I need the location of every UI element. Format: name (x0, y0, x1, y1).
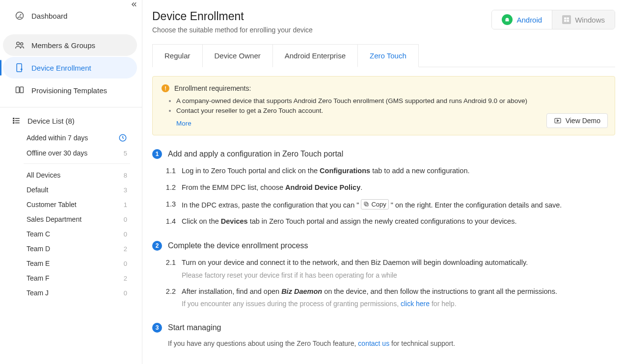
collapse-sidebar-icon[interactable] (129, 0, 138, 9)
substep-1-4: 1.4 Click on the Devices tab in Zero Tou… (162, 216, 615, 227)
substep-1-3: 1.3 In the DPC extras, paste the configu… (162, 199, 615, 211)
filter-label: Offline over 30 days (27, 149, 87, 157)
templates-icon (15, 85, 25, 95)
substep-note: Please factory reset your device first i… (182, 270, 615, 281)
step-number-badge: 2 (152, 241, 162, 251)
svg-rect-11 (15, 123, 20, 124)
step-number-badge: 3 (152, 323, 162, 333)
clock-icon (118, 133, 127, 142)
tab-device-owner[interactable]: Device Owner (202, 44, 273, 67)
group-row[interactable]: Sales Department0 (24, 212, 130, 227)
platform-android-button[interactable]: Android (492, 10, 552, 29)
dashboard-icon (15, 11, 25, 21)
nav-label: Device Enrollment (31, 64, 91, 72)
page-subtitle: Choose the suitable method for enrolling… (152, 26, 313, 34)
group-row[interactable]: Team E0 (24, 256, 130, 271)
windows-icon (562, 15, 571, 24)
device-list-label: Device List (8) (27, 117, 75, 125)
svg-rect-20 (365, 203, 368, 206)
view-demo-button[interactable]: View Demo (546, 113, 608, 128)
view-demo-label: View Demo (566, 117, 600, 125)
group-row[interactable]: Team C0 (24, 227, 130, 241)
step-2: 2 Complete the device enrollment process… (152, 241, 615, 310)
enrollment-icon (15, 63, 25, 73)
group-row[interactable]: All Devices8 (24, 168, 130, 182)
device-list-icon (12, 116, 21, 125)
warning-icon: ! (162, 84, 169, 92)
nav-provisioning-templates[interactable]: Provisioning Templates (3, 79, 137, 101)
nav-label: Dashboard (31, 12, 67, 20)
substep-1-2: 1.2 From the EMM DPC list, choose Androi… (162, 182, 615, 193)
group-row[interactable]: Team F2 (24, 271, 130, 286)
platform-windows-button[interactable]: Windows (552, 10, 615, 29)
tab-zero-touch[interactable]: Zero Touch (357, 44, 419, 67)
platform-label: Android (516, 16, 542, 24)
platform-label: Windows (575, 16, 605, 24)
step-title: Start managing (168, 323, 221, 332)
svg-rect-6 (13, 118, 14, 119)
substep-note: If you encounter any issues during the p… (182, 299, 615, 309)
svg-rect-9 (15, 118, 20, 119)
more-link[interactable]: More (176, 120, 191, 127)
svg-rect-17 (564, 20, 567, 22)
contact-us-link[interactable]: contact us (358, 339, 389, 347)
step-3: 3 Start managing If you have any questio… (152, 323, 615, 347)
nav-label: Members & Groups (31, 41, 95, 50)
filter-offline-30-days[interactable]: Offline over 30 days 5 (0, 146, 142, 160)
click-here-link[interactable]: click here (401, 300, 430, 308)
svg-point-14 (508, 19, 509, 20)
step-title: Complete the device enrollment process (168, 241, 308, 250)
tab-android-enterprise[interactable]: Android Enterprise (272, 44, 358, 67)
device-list-header[interactable]: Device List (8) (0, 109, 142, 130)
substep-2-2: 2.2 After installation, find and open Bi… (162, 286, 615, 310)
page-title: Device Enrollment (152, 10, 313, 23)
svg-rect-10 (15, 120, 20, 121)
step-footer-note: If you have any questions about using th… (168, 339, 615, 347)
tab-regular[interactable]: Regular (152, 44, 203, 67)
requirements-title: Enrollment requirements: (174, 84, 251, 92)
platform-toggle: Android Windows (491, 10, 615, 29)
svg-rect-8 (13, 122, 14, 124)
group-row[interactable]: Default3 (24, 182, 130, 197)
svg-rect-7 (13, 120, 14, 122)
group-row[interactable]: Team D2 (24, 241, 130, 256)
svg-rect-3 (17, 64, 22, 72)
group-row[interactable]: Team J0 (24, 286, 130, 300)
filter-added-7-days[interactable]: Added within 7 days (0, 130, 142, 146)
members-icon (15, 40, 25, 50)
step-1: 1 Add and apply a configuration in Zero … (152, 149, 615, 227)
substep-2-1: 2.1 Turn on your device and connect it t… (162, 258, 615, 281)
step-number-badge: 1 (152, 149, 162, 159)
requirement-item: Contact your reseller to get a Zero Touc… (176, 107, 323, 114)
nav-dashboard[interactable]: Dashboard (3, 5, 137, 26)
main-content: Device Enrollment Choose the suitable me… (142, 0, 624, 364)
svg-rect-16 (567, 18, 570, 20)
nav-members-groups[interactable]: Members & Groups (3, 34, 137, 56)
sidebar: Dashboard Members & Groups Device Enroll… (0, 0, 142, 364)
requirements-box: ! Enrollment requirements: A company-own… (152, 76, 615, 135)
nav-device-enrollment[interactable]: Device Enrollment (3, 57, 137, 78)
svg-rect-15 (564, 18, 567, 20)
enrollment-tabs: Regular Device Owner Android Enterprise … (152, 44, 615, 67)
svg-rect-4 (16, 87, 20, 93)
filter-label: Added within 7 days (27, 134, 88, 142)
copy-button[interactable]: Copy (361, 199, 388, 210)
android-icon (502, 14, 513, 25)
svg-rect-5 (20, 87, 24, 93)
device-groups-list: All Devices8 Default3 Customer Tablet1 S… (24, 163, 130, 300)
video-icon (554, 117, 562, 125)
substep-1-1: 1.1 Log in to Zero Touch portal and clic… (162, 166, 615, 177)
requirement-item: A company-owned device that supports And… (176, 97, 527, 104)
svg-point-1 (17, 42, 20, 45)
group-row[interactable]: Customer Tablet1 (24, 197, 130, 212)
svg-rect-21 (364, 202, 367, 205)
svg-rect-18 (567, 20, 570, 22)
svg-point-13 (506, 19, 507, 20)
nav-label: Provisioning Templates (31, 86, 107, 95)
filter-count: 5 (124, 150, 127, 157)
step-title: Add and apply a configuration in Zero To… (168, 150, 343, 158)
svg-point-2 (21, 43, 23, 45)
